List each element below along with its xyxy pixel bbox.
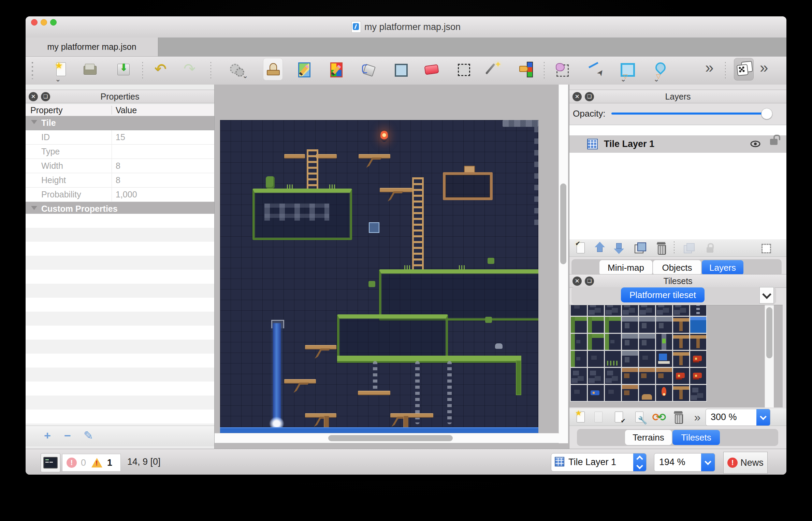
opacity-slider-handle[interactable] [761, 108, 772, 119]
tileset-tile[interactable] [690, 385, 706, 401]
save-button[interactable] [114, 58, 133, 80]
reload-tileset-icon[interactable]: ⟳⟲ [651, 409, 668, 425]
eraser-button[interactable] [421, 58, 441, 80]
magic-wand-button[interactable] [485, 58, 505, 80]
property-row[interactable]: Height8 [26, 173, 214, 188]
map-zoom-select[interactable]: 194 % [654, 453, 715, 472]
tileset-tile[interactable] [588, 385, 604, 401]
tab-mini-map[interactable]: Mini-map [599, 260, 652, 275]
overflow-button[interactable] [701, 58, 721, 80]
tileset-tile[interactable] [571, 368, 587, 384]
tileset-view[interactable] [569, 305, 783, 407]
property-row[interactable]: Width8 [26, 159, 214, 173]
insert-point-button[interactable]: ⌄ [650, 58, 669, 80]
chevron-down-icon[interactable] [756, 409, 770, 426]
tileset-tile[interactable] [605, 351, 621, 367]
map-horizontal-scrollbar-thumb[interactable] [328, 435, 453, 441]
lower-layer-icon[interactable] [610, 240, 627, 256]
layer-unlocked-icon[interactable] [770, 139, 778, 145]
tileset-tile[interactable] [588, 368, 604, 384]
tileset-tile[interactable] [656, 334, 672, 350]
map-canvas[interactable] [220, 120, 538, 434]
tileset-tile[interactable] [605, 317, 621, 333]
new-map-button[interactable]: ⌄ [51, 58, 71, 80]
tileset-tile[interactable] [673, 317, 689, 333]
tileset-tile[interactable] [571, 334, 587, 350]
float-panel-icon[interactable] [41, 92, 50, 101]
embed-tileset-icon[interactable] [590, 409, 607, 425]
tileset-tile[interactable] [622, 351, 638, 367]
tileset-tile[interactable] [605, 368, 621, 384]
highlight-current-layer-icon[interactable] [757, 240, 774, 256]
tileset-tab-platformer[interactable]: Platformer tileset [621, 287, 705, 302]
add-property-button[interactable]: + [39, 428, 56, 443]
edit-property-button[interactable]: ✎ [80, 428, 97, 443]
tileset-tile[interactable] [673, 305, 689, 316]
tileset-tile[interactable] [690, 351, 706, 367]
issues-counter[interactable]: ! 0 1 [62, 454, 121, 472]
edit-polygons-button[interactable] [586, 58, 606, 80]
rect-select-button[interactable] [453, 58, 473, 80]
stamp-brush-button[interactable] [263, 58, 283, 80]
open-button[interactable] [80, 58, 100, 80]
layer-stepper-icon[interactable] [633, 453, 646, 471]
redo-button[interactable] [180, 58, 200, 80]
tileset-tile[interactable] [673, 385, 689, 401]
tileset-tile[interactable] [639, 351, 655, 367]
tileset-tile[interactable] [622, 334, 638, 350]
tileset-tile[interactable] [673, 334, 689, 350]
tileset-tile[interactable] [571, 385, 587, 401]
wang-brush-button[interactable] [327, 58, 347, 80]
tileset-tile[interactable] [622, 317, 638, 333]
overflow-icon[interactable]: » [689, 409, 706, 425]
tileset-list-chevron-icon[interactable] [759, 287, 774, 303]
tileset-tile[interactable] [656, 368, 672, 384]
same-tile-button[interactable] [517, 58, 537, 80]
edit-tileset-icon[interactable]: 🔧 [631, 409, 648, 425]
tileset-tile[interactable] [656, 317, 672, 333]
tileset-tile[interactable] [622, 305, 638, 316]
tileset-tile[interactable] [690, 368, 706, 384]
dice-button[interactable] [734, 58, 754, 80]
tileset-tile[interactable] [656, 305, 672, 316]
tab-terrains[interactable]: Terrains [625, 430, 672, 445]
document-tab[interactable]: my platformer map.json [26, 38, 158, 56]
insert-rectangle-button[interactable]: ⌄ [617, 58, 636, 80]
tab-layers[interactable]: Layers [702, 260, 743, 275]
tileset-tile[interactable] [571, 317, 587, 333]
lock-other-layers-icon[interactable] [701, 240, 719, 256]
duplicate-layer-icon[interactable] [632, 240, 649, 256]
tileset-tile[interactable] [639, 368, 655, 384]
overflow-button[interactable] [755, 58, 775, 80]
layer-visible-icon[interactable] [750, 139, 760, 148]
tileset-tile[interactable] [588, 334, 604, 350]
tab-objects[interactable]: Objects [653, 260, 701, 275]
tab-tilesets[interactable]: Tilesets [672, 430, 720, 445]
terrain-brush-button[interactable] [295, 58, 315, 80]
toolbar-drag-handle[interactable] [32, 62, 33, 79]
tileset-zoom-select[interactable]: 300 % [706, 409, 770, 426]
tileset-tile[interactable] [639, 334, 655, 350]
tileset-tile[interactable] [588, 317, 604, 333]
tileset-tile[interactable] [639, 385, 655, 401]
tileset-tile[interactable] [690, 334, 706, 350]
float-panel-icon[interactable] [585, 92, 594, 101]
tileset-tile[interactable] [639, 305, 655, 316]
tileset-tile[interactable] [673, 351, 689, 367]
delete-tileset-icon[interactable] [670, 409, 687, 425]
property-group-header[interactable]: Tile [26, 116, 214, 130]
tileset-tile[interactable] [605, 305, 621, 316]
tileset-tile[interactable] [605, 385, 621, 401]
undo-button[interactable] [151, 58, 171, 80]
float-panel-icon[interactable] [585, 277, 594, 286]
tileset-scrollbar-thumb[interactable] [766, 307, 772, 358]
bucket-fill-button[interactable] [359, 58, 379, 80]
shape-fill-button[interactable] [390, 58, 410, 80]
tileset-tile[interactable] [656, 351, 672, 367]
property-row[interactable]: Probability1,000 [26, 188, 214, 202]
close-panel-icon[interactable] [572, 277, 582, 286]
map-vertical-scrollbar[interactable] [559, 85, 568, 443]
tileset-tile[interactable] [622, 368, 638, 384]
tileset-tile[interactable] [588, 305, 604, 316]
news-button[interactable]: ! News [723, 452, 768, 474]
